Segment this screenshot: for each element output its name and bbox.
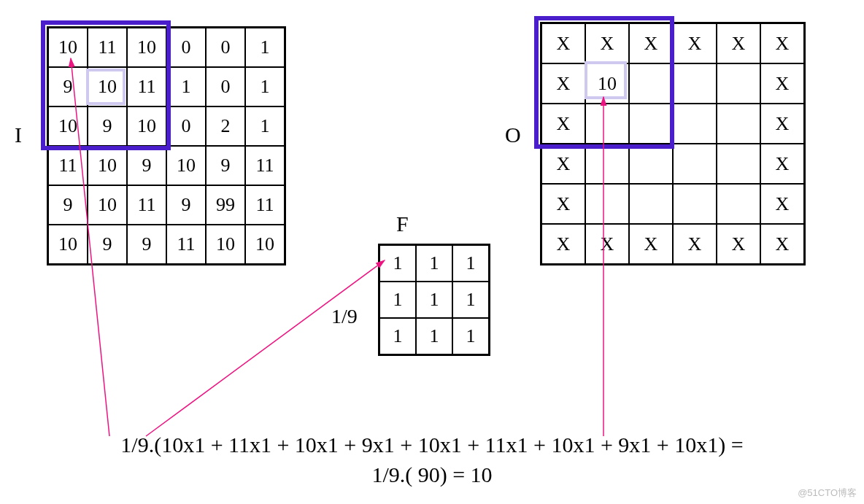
- matrix-O-cell: [673, 144, 717, 184]
- label-I: I: [15, 123, 22, 147]
- matrix-O-cell: [717, 63, 760, 104]
- matrix-O-cell: [629, 144, 673, 184]
- matrix-O-cell: [673, 104, 717, 144]
- matrix-I-cell: 9: [206, 146, 245, 185]
- equation-line2: 1/9.( 90) = 10: [0, 460, 864, 490]
- matrix-F-cell: 1: [452, 282, 490, 318]
- matrix-I-cell: 11: [166, 225, 206, 265]
- matrix-I-cell: 10: [88, 146, 127, 185]
- matrix-F-cell: 1: [379, 318, 417, 355]
- matrix-I-cell: 10: [88, 67, 127, 106]
- matrix-O-cell: X: [541, 63, 586, 104]
- watermark: @51CTO博客: [798, 486, 857, 500]
- matrix-O-cell: X: [585, 224, 629, 265]
- matrix-O-cell: [717, 144, 760, 184]
- matrix-F: 111111111: [378, 244, 490, 356]
- matrix-O-cell: X: [760, 63, 805, 104]
- matrix-I-cell: 2: [206, 106, 245, 146]
- matrix-I-cell: 10: [166, 146, 206, 185]
- matrix-I-cell: 10: [206, 225, 245, 265]
- matrix-I-cell: 11: [245, 146, 285, 185]
- matrix-I-cell: 1: [245, 67, 285, 106]
- matrix-I-cell: 10: [245, 225, 285, 265]
- matrix-O-cell: X: [541, 224, 586, 265]
- matrix-O-cell: X: [541, 144, 586, 184]
- matrix-I-cell: 10: [48, 28, 88, 68]
- matrix-O-cell: [673, 184, 717, 224]
- matrix-O-cell: [585, 104, 629, 144]
- matrix-I-cell: 1: [166, 67, 206, 106]
- matrix-O-cell: [629, 63, 673, 104]
- matrix-O-cell: X: [541, 184, 586, 224]
- matrix-I-cell: 9: [88, 106, 127, 146]
- matrix-F-cell: 1: [452, 245, 490, 282]
- matrix-I-cell: 0: [166, 28, 206, 68]
- matrix-I-cell: 11: [127, 67, 166, 106]
- matrix-O-cell: X: [760, 23, 805, 64]
- matrix-O-cell: [717, 104, 760, 144]
- matrix-I-cell: 9: [127, 225, 166, 265]
- matrix-O-cell: X: [585, 23, 629, 64]
- label-coef: 1/9: [331, 305, 358, 328]
- matrix-I-cell: 10: [48, 106, 88, 146]
- matrix-I-cell: 10: [127, 106, 166, 146]
- matrix-O-cell: [629, 184, 673, 224]
- matrix-I-cell: 0: [206, 67, 245, 106]
- matrix-O: XXXXXXX10XXXXXXXXXXXXX: [540, 22, 806, 265]
- matrix-O-cell: [673, 63, 717, 104]
- matrix-I-cell: 0: [206, 28, 245, 68]
- matrix-I-cell: 99: [206, 185, 245, 225]
- matrix-I-cell: 11: [48, 146, 88, 185]
- matrix-O-cell: X: [717, 224, 760, 265]
- matrix-I-cell: 0: [166, 106, 206, 146]
- matrix-O-cell: X: [629, 23, 673, 64]
- matrix-O-cell: X: [673, 224, 717, 265]
- label-O: O: [505, 123, 521, 147]
- label-F: F: [396, 212, 409, 236]
- matrix-O-cell: X: [760, 104, 805, 144]
- matrix-O-cell: X: [760, 184, 805, 224]
- matrix-I-cell: 11: [245, 185, 285, 225]
- matrix-I-cell: 9: [48, 185, 88, 225]
- matrix-F-cell: 1: [416, 282, 452, 318]
- matrix-O-cell: [585, 144, 629, 184]
- matrix-I-cell: 10: [48, 225, 88, 265]
- matrix-O-cell: [629, 104, 673, 144]
- matrix-I-cell: 11: [88, 28, 127, 68]
- matrix-I-cell: 1: [245, 28, 285, 68]
- matrix-I-cell: 9: [88, 225, 127, 265]
- matrix-O-cell: X: [673, 23, 717, 64]
- matrix-I-cell: 9: [48, 67, 88, 106]
- matrix-I-cell: 9: [166, 185, 206, 225]
- matrix-O-cell: 10: [585, 63, 629, 104]
- matrix-I-cell: 11: [127, 185, 166, 225]
- matrix-I-cell: 10: [88, 185, 127, 225]
- equation: 1/9.(10x1 + 11x1 + 10x1 + 9x1 + 10x1 + 1…: [0, 430, 864, 489]
- matrix-I: 1011100019101110110910021111091091191011…: [47, 26, 286, 265]
- matrix-O-cell: X: [541, 23, 586, 64]
- matrix-O-cell: X: [760, 144, 805, 184]
- matrix-F-cell: 1: [416, 245, 452, 282]
- matrix-F-cell: 1: [379, 245, 417, 282]
- matrix-O-cell: [585, 184, 629, 224]
- matrix-F-cell: 1: [379, 282, 417, 318]
- svg-line-1: [146, 260, 385, 436]
- matrix-I-cell: 10: [127, 28, 166, 68]
- matrix-O-cell: X: [541, 104, 586, 144]
- equation-line1: 1/9.(10x1 + 11x1 + 10x1 + 9x1 + 10x1 + 1…: [0, 430, 864, 460]
- matrix-F-cell: 1: [452, 318, 490, 355]
- matrix-O-cell: X: [717, 23, 760, 64]
- matrix-O-cell: [717, 184, 760, 224]
- matrix-I-cell: 9: [127, 146, 166, 185]
- matrix-O-cell: X: [629, 224, 673, 265]
- matrix-F-cell: 1: [416, 318, 452, 355]
- matrix-I-cell: 1: [245, 106, 285, 146]
- matrix-O-cell: X: [760, 224, 805, 265]
